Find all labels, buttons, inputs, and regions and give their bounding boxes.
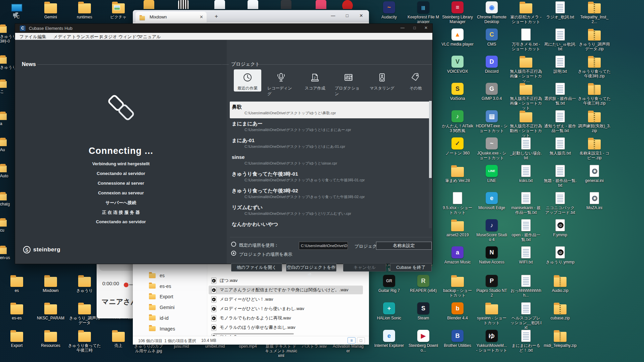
explorer-maximize-button[interactable]: □ xyxy=(342,13,352,18)
menu-1[interactable]: 編集 xyxy=(38,34,46,40)
desktop-icon[interactable]: manisekarin - 親作品一覧.txt xyxy=(509,192,543,215)
mini-audio-player[interactable]: 0:00:00 マニアさんラ xyxy=(97,263,136,318)
menu-2[interactable]: メディア xyxy=(53,34,71,40)
keys-icon[interactable] xyxy=(177,0,190,9)
button-1[interactable]: 空白のプロジェクトを作成... xyxy=(286,263,336,272)
desktop-icon[interactable]: es xyxy=(0,275,34,293)
desktop-icon[interactable]: ♪MuseScore Studio 4 xyxy=(475,219,508,242)
desktop-icon[interactable]: 無題 - 親作品一覧.txt xyxy=(543,165,577,188)
desktop-icon[interactable]: ゆF.ymmp xyxy=(543,219,577,237)
desktop-icon[interactable]: ヘルスコンプレッション__歌詞.txt xyxy=(509,302,543,330)
category-mic[interactable]: レコーディング xyxy=(267,69,295,92)
explorer-tab-mixdown[interactable]: Mixdown ✕ xyxy=(136,12,207,22)
tree-folder-Images[interactable]: Images xyxy=(149,324,175,334)
desktop-icon[interactable]: 9.5.xlsx - ショートカット xyxy=(441,192,474,215)
desktop-icon[interactable]: syasinn - ショートカット xyxy=(475,302,508,325)
desktop-icon[interactable]: es-es xyxy=(0,302,34,320)
desktop-icon[interactable]: 家の防犯カメラ - ショートカット xyxy=(509,1,543,24)
desktop-icon[interactable]: CCMS xyxy=(475,28,508,47)
tree-folder-id-id[interactable]: id-id xyxy=(149,313,168,323)
desktop-icon[interactable]: GRGuitar Rig 7 xyxy=(372,275,406,293)
desktop-icon[interactable]: cubase.zip xyxy=(543,302,577,320)
desktop-icon[interactable]: きゅうり_調声用データ xyxy=(68,302,101,325)
cubase-maximize-button[interactable]: □ xyxy=(410,25,420,30)
desktop-icon-partial[interactable]: Au xyxy=(0,137,15,152)
desktop-icon[interactable]: ラジオ_歌詞.txt xyxy=(543,1,577,19)
view-list-toggle[interactable]: ≡ xyxy=(347,337,356,344)
folder-icon[interactable] xyxy=(143,0,155,9)
media-icon[interactable] xyxy=(213,0,226,9)
explorer-minimize-button[interactable]: — xyxy=(328,13,338,18)
desktop-icon[interactable]: 選択肢 - 親作品一覧.txt xyxy=(543,82,577,106)
menu-3[interactable]: トランスポート xyxy=(72,34,103,40)
desktop-icon[interactable]: NNative Access xyxy=(475,246,508,264)
desktop-icon[interactable]: runtimes xyxy=(68,1,101,19)
file-row[interactable]: モノラルのほうが幸せな書き出し.wav xyxy=(209,323,363,332)
cubase-title-bar[interactable]: C Cubase Elements Hub — □ ✕ xyxy=(15,24,432,33)
desktop-icon[interactable]: open - 親作品一覧.txt xyxy=(509,219,543,242)
radio-show-project-location[interactable] xyxy=(231,251,236,256)
desktop-icon-partial[interactable]: en-us xyxy=(0,245,15,260)
desktop-icon[interactable]: まにまにわーるど！.txt xyxy=(509,329,543,353)
button-3[interactable]: Cubase を終了 xyxy=(390,263,432,272)
explorer-close-button[interactable]: ✕ xyxy=(356,13,366,18)
desktop-icon[interactable]: 無人販売.txt xyxy=(543,137,577,156)
film-icon[interactable] xyxy=(280,0,292,9)
desktop-icon[interactable]: 無人販売不正行為画像 - ショートカット xyxy=(509,82,543,110)
category-clock[interactable]: 最近の作業 xyxy=(234,69,261,92)
desktop-icon[interactable]: eMicrosoft Edge xyxy=(475,192,508,210)
desktop-icon[interactable]: ✱general.ini xyxy=(578,165,611,183)
desktop-icon[interactable]: BBrother Utilities xyxy=(441,329,474,348)
category-mixer[interactable]: プロダクション xyxy=(335,69,362,92)
play-icon[interactable] xyxy=(341,0,354,9)
desktop-icon[interactable]: Mixdown xyxy=(34,275,67,293)
desktop-icon[interactable]: PPiapro Studio NT2 xyxy=(475,275,508,298)
recent-project-row[interactable]: 鼻歌C:\Users\malib\OneDrive\デスクトップ\ゆうと\鼻歌.… xyxy=(230,102,432,118)
desktop-icon[interactable]: ゆYukkuriMovieM... - ショートカット xyxy=(475,329,508,353)
desktop-icon[interactable]: _起動しない場合.txt xyxy=(509,137,543,160)
recent-project-row[interactable]: まにまにあーC:\Users\malib\OneDrive\デスクトップ\ゆうと… xyxy=(230,118,432,135)
desktop-icon[interactable]: SSteam xyxy=(407,302,440,320)
desktop-icon[interactable]: +HALion Sonic xyxy=(372,302,406,320)
desktop-icon[interactable]: ニコニコバックアップコード.txt xyxy=(543,192,577,215)
record-icon[interactable] xyxy=(124,283,128,287)
music-icon[interactable] xyxy=(315,0,327,9)
file-row[interactable]: メロディーがひどい！.wav xyxy=(209,295,363,304)
desktop-icon[interactable]: LINELINE xyxy=(475,165,508,183)
desktop-icon[interactable]: Audio.zip xyxy=(543,275,577,293)
desktop-icon[interactable]: Export xyxy=(0,329,34,348)
cubase-close-button[interactable]: ✕ xyxy=(421,25,431,30)
menu-6[interactable]: マニュアル xyxy=(139,34,161,40)
desktop-icon[interactable]: SVoiSona xyxy=(441,82,474,101)
media-icon[interactable] xyxy=(247,0,259,9)
radio-use-default-location[interactable] xyxy=(231,242,236,247)
desktop-icon-partial[interactable]: きゅうり食 xyxy=(0,55,15,70)
desktop-icon[interactable]: DDiscord xyxy=(475,55,508,74)
desktop-icon[interactable]: 調声練習(失敗)_3.zip xyxy=(578,110,611,133)
desktop-icon[interactable]: おっhhhhhhhhhhh... xyxy=(509,275,543,298)
desktop-icon[interactable]: ▶Steinberg Downlo... xyxy=(407,329,440,353)
menu-4[interactable]: スタジオ xyxy=(99,34,117,40)
file-row[interactable]: メロディーがひどい！から使いまわし.wav xyxy=(209,304,363,313)
button-2[interactable]: キャンセル xyxy=(343,263,386,272)
recent-project-row[interactable]: きゅうり食ってた午後3時-02C:\Users\malib\OneDrive\デ… xyxy=(230,185,432,202)
category-tag[interactable]: その他 xyxy=(402,69,429,92)
desktop-icon[interactable]: ~Audacity xyxy=(372,1,406,19)
desktop-icon[interactable]: ▤HDDFMT.exe - ショートカット xyxy=(475,110,508,133)
desktop-icon[interactable]: 無人販売不正行為画像 - ショートカッ... xyxy=(509,55,543,83)
recent-project-row[interactable]: sinseC:\Users\malib\OneDrive\デスクトップ\ゆうと\… xyxy=(230,152,432,169)
desktop-icon[interactable]: NKSC_PARAM xyxy=(34,302,67,320)
desktop-icon[interactable]: ✓ノートン 360 xyxy=(441,137,474,156)
desktop-icon-partial[interactable]: chatg xyxy=(0,192,15,206)
desktop-icon[interactable]: 名称未設定1 - コピー.zip xyxy=(578,137,611,160)
button-0[interactable]: 他のファイルを開く xyxy=(231,263,282,272)
tree-folder-es-es[interactable]: es-es xyxy=(149,282,171,291)
desktop-icon[interactable]: 万引きメモ.txt - ショートカット xyxy=(509,28,543,51)
tab-close-icon[interactable]: ✕ xyxy=(200,14,203,19)
category-score[interactable]: ♪スコア作成 xyxy=(301,69,329,92)
desktop-icon[interactable]: ◉Chrome Remote Desktop xyxy=(475,1,508,24)
desktop-icon-partial[interactable]: a xyxy=(0,111,15,126)
desktop-icon[interactable]: bBlender 4.4 xyxy=(441,302,474,320)
tree-folder-Gemini[interactable]: Gemini xyxy=(149,303,174,312)
tree-folder-Export[interactable]: Export xyxy=(149,292,173,301)
